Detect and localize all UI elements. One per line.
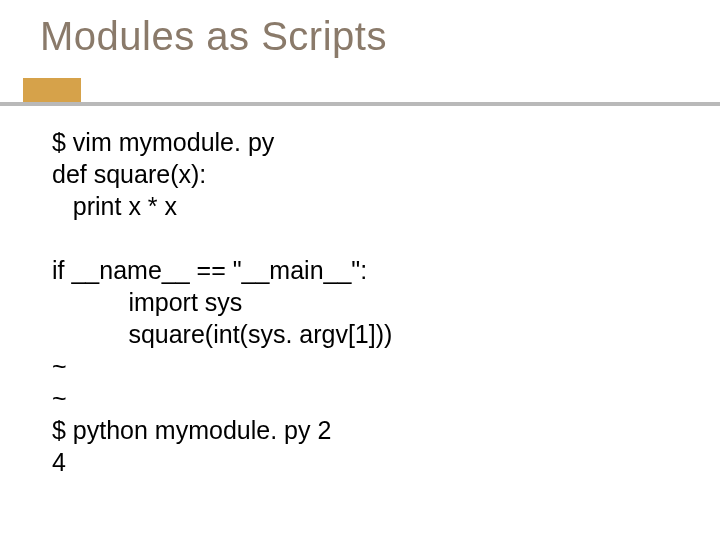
code-line: $ vim mymodule. py	[52, 126, 672, 158]
accent-box	[23, 78, 81, 102]
blank-line	[52, 222, 672, 254]
code-line: def square(x):	[52, 158, 672, 190]
code-line: if __name__ == "__main__":	[52, 254, 672, 286]
slide-title: Modules as Scripts	[40, 14, 387, 59]
code-line: print x * x	[52, 190, 672, 222]
code-block: $ vim mymodule. py def square(x): print …	[52, 126, 672, 478]
code-line: 4	[52, 446, 672, 478]
gray-underline	[0, 102, 720, 106]
code-line: import sys	[52, 286, 672, 318]
code-line: square(int(sys. argv[1]))	[52, 318, 672, 350]
title-rule	[0, 78, 720, 106]
code-line: $ python mymodule. py 2	[52, 414, 672, 446]
code-line: ~	[52, 350, 672, 382]
code-line: ~	[52, 382, 672, 414]
slide: Modules as Scripts $ vim mymodule. py de…	[0, 0, 720, 540]
